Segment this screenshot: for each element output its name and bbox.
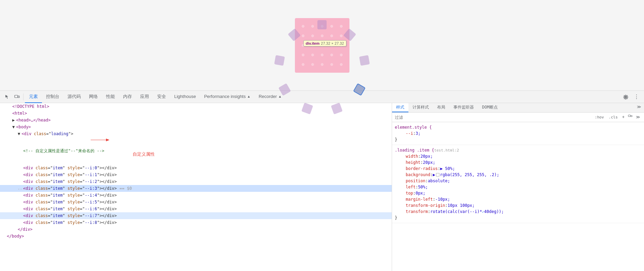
css-block-loading-item: .loading .item { test.html:2 width: 20px… xyxy=(392,145,644,223)
svg-rect-0 xyxy=(15,95,18,98)
tab-application[interactable]: 应用 xyxy=(136,90,153,103)
styles-tabs: 样式 计算样式 布局 事件监听器 DOM断点 ≫ xyxy=(392,103,644,113)
settings-icon-btn[interactable] xyxy=(621,92,630,102)
css-selector-element[interactable]: element.style { xyxy=(395,124,641,130)
style-tab-event-listeners[interactable]: 事件监听器 xyxy=(449,103,478,112)
html-panel: <!DOCTYPE html> <html> ▶ <head>…</head> … xyxy=(0,103,392,271)
styles-tab-more[interactable]: ≫ xyxy=(634,103,644,112)
css-prop-position[interactable]: position: absolute; xyxy=(400,178,641,184)
toolbar-separator xyxy=(23,94,24,100)
html-line-body-close[interactable]: </body> xyxy=(0,233,392,240)
html-line-item-7[interactable]: <div class="item" style="--i:7"></div> xyxy=(0,212,392,219)
css-selector-loading-item[interactable]: .loading .item { test.html:2 xyxy=(395,147,641,153)
tab-lighthouse[interactable]: Lighthouse xyxy=(170,90,200,103)
device-icon-btn[interactable] xyxy=(12,92,22,102)
svg-rect-4 xyxy=(628,115,631,116)
css-prop-transform-origin[interactable]: transform-origin: 10px 100px; xyxy=(400,202,641,209)
tab-security[interactable]: 安全 xyxy=(153,90,170,103)
css-prop-margin-left[interactable]: margin-left: -10px; xyxy=(400,196,641,202)
filter-inspect-btn[interactable] xyxy=(627,114,633,120)
svg-rect-5 xyxy=(631,115,632,116)
css-prop-left[interactable]: left: 50%; xyxy=(400,184,641,190)
inspect-icon-btn[interactable] xyxy=(3,92,12,102)
html-line-item-4[interactable]: <div class="item" style="--i:4"></div> xyxy=(0,192,392,199)
svg-marker-3 xyxy=(106,139,109,141)
tab-sources[interactable]: 源代码 xyxy=(63,90,85,103)
preview-area: div.item 27.32 × 27.32 xyxy=(0,0,644,90)
css-prop-width[interactable]: width: 20px; xyxy=(400,153,641,159)
tooltip-tag: div.item xyxy=(306,41,320,45)
tab-performance-insights[interactable]: Performance insights ▲ xyxy=(200,90,255,103)
tab-recorder[interactable]: Recorder ▲ xyxy=(255,90,286,103)
css-block-element-style: element.style { --i: 3; } xyxy=(392,122,644,145)
html-line-item-5[interactable]: <div class="item" style="--i:5"></div> xyxy=(0,199,392,205)
html-line-item-2[interactable]: <div class="item" style="--i:2"></div> xyxy=(0,178,392,185)
devtools-main: <!DOCTYPE html> <html> ▶ <head>…</head> … xyxy=(0,103,644,271)
recorder-badge: ▲ xyxy=(278,95,282,98)
devtools-toolbar: 元素 控制台 源代码 网络 性能 内存 应用 安全 Lighthouse Per… xyxy=(0,90,644,103)
tab-elements[interactable]: 元素 xyxy=(25,90,42,103)
html-line-body[interactable]: ▼ <body> xyxy=(0,124,392,130)
html-line-div-loading[interactable]: ▼ <div class="loading"> xyxy=(0,130,392,137)
tooltip-size: 27.32 × 27.32 xyxy=(321,41,344,45)
color-swatch-background[interactable] xyxy=(436,173,439,176)
css-close-2: } xyxy=(395,215,641,221)
html-line-item-1[interactable]: <div class="item" style="--i:1"></div> xyxy=(0,171,392,178)
filter-cls[interactable]: .cls xyxy=(607,115,619,120)
more-options-btn[interactable]: ⋮ xyxy=(632,92,641,102)
html-line-comment[interactable]: <!-- 自定义属性是通过"--"来命名的 --> 自定义属性 xyxy=(0,137,392,165)
performance-insights-badge: ▲ xyxy=(247,95,251,98)
tab-memory[interactable]: 内存 xyxy=(119,90,136,103)
html-line-item-6[interactable]: <div class="item" style="--i:6"></div> xyxy=(0,205,392,212)
css-prop-border-radius[interactable]: border-radius: ▶ 50%; xyxy=(400,166,641,172)
html-line-div-close[interactable]: </div> xyxy=(0,226,392,233)
style-tab-styles[interactable]: 样式 xyxy=(392,103,408,112)
css-close-1: } xyxy=(395,137,641,143)
css-prop-height[interactable]: height: 20px; xyxy=(400,159,641,166)
filter-more-btn[interactable]: ≫ xyxy=(635,114,641,120)
filter-add-btn[interactable]: + xyxy=(621,114,626,120)
tab-performance[interactable]: 性能 xyxy=(102,90,119,103)
filter-icons: + ≫ xyxy=(621,114,641,120)
style-tab-computed[interactable]: 计算样式 xyxy=(408,103,433,112)
style-tab-layout[interactable]: 布局 xyxy=(433,103,449,112)
filter-bar: :hov .cls + ≫ xyxy=(392,113,644,122)
svg-rect-1 xyxy=(18,96,19,98)
html-line-item-8[interactable]: <div class="item" style="--i:8"></div> xyxy=(0,219,392,226)
css-prop-transform[interactable]: transform: rotate(calc(var(--i)*✓40deg))… xyxy=(400,209,641,215)
styles-panel: 样式 计算样式 布局 事件监听器 DOM断点 ≫ :hov .cls + xyxy=(392,103,644,271)
tab-console[interactable]: 控制台 xyxy=(42,90,63,103)
html-line-head[interactable]: ▶ <head>…</head> xyxy=(0,117,392,124)
css-prop-background[interactable]: background: ▶ rgba(255, 255, 255, .2); xyxy=(400,172,641,178)
style-tab-dom-breakpoints[interactable]: DOM断点 xyxy=(478,103,502,112)
html-line-item-3[interactable]: ... <div class="item" style="--i:3"></di… xyxy=(0,185,392,192)
html-line-item-0[interactable]: <div class="item" style="--i:0"></div> xyxy=(0,165,392,171)
filter-hov[interactable]: :hov xyxy=(594,115,605,120)
loading-preview: div.item 27.32 × 27.32 xyxy=(295,18,349,73)
css-prop-top[interactable]: top: 0px; xyxy=(400,190,641,196)
toolbar-right: ⋮ xyxy=(621,92,641,102)
css-prop-i[interactable]: --i: 3; xyxy=(400,130,641,137)
tab-network[interactable]: 网络 xyxy=(85,90,102,103)
element-tooltip: div.item 27.32 × 27.32 xyxy=(303,40,346,46)
filter-input[interactable] xyxy=(395,115,591,120)
